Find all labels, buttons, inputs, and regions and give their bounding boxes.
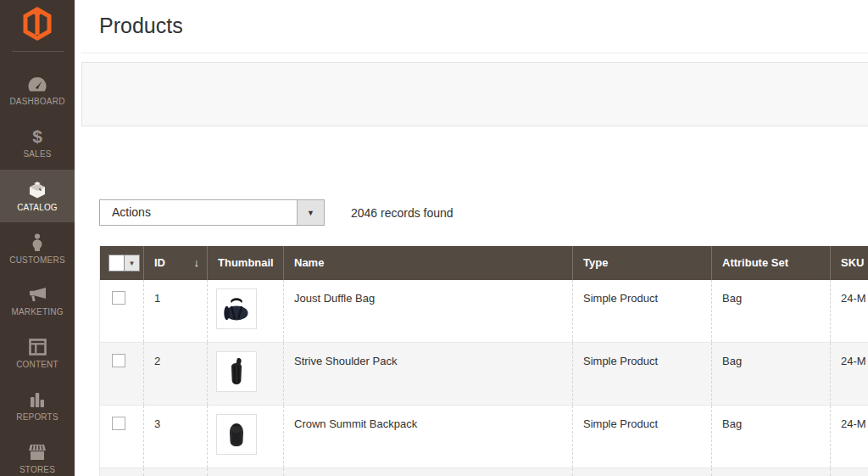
sidebar-item-label: CATALOG [17,203,58,212]
grid-header-attribute-set[interactable]: Attribute Set [711,246,830,280]
bar-chart-icon [29,391,46,408]
page-actions-band [81,62,868,126]
table-row[interactable]: 3 Crown Summit Backpack Simple Product B… [100,406,868,468]
cell-id: 2 [144,343,207,367]
grid-header-id[interactable]: ID ↓ [143,246,207,280]
cell-id: 3 [144,406,207,430]
products-grid: ▼ ID ↓ Thumbnail Name Type Attribute Set… [99,246,868,476]
sidebar-item-label: CUSTOMERS [9,255,65,265]
dollar-icon: $ [32,128,42,145]
cell-attribute-set: Bag [712,280,830,305]
table-row-partial [100,468,868,476]
layout-window-icon [29,339,47,356]
sidebar-item-label: CONTENT [16,360,58,369]
product-thumbnail[interactable] [216,414,257,455]
sidebar-item-customers[interactable]: CUSTOMERS [0,222,75,275]
actions-dropdown[interactable]: Actions ▼ [99,199,325,226]
grid-header-name[interactable]: Name [283,246,572,280]
magento-logo-icon [23,7,52,44]
package-box-icon [28,181,47,199]
chevron-down-icon: ▼ [129,260,136,267]
sidebar-item-catalog[interactable]: CATALOG [0,170,75,222]
cell-attribute-set: Bag [712,343,830,367]
dashboard-gauge-icon [28,76,47,92]
table-row[interactable]: 2 Strive Shoulder Pack Simple Product Ba… [100,343,868,406]
sort-arrow-icon[interactable]: ↓ [194,256,200,269]
grid-header-row: ▼ ID ↓ Thumbnail Name Type Attribute Set… [100,246,868,280]
product-thumbnail[interactable] [216,288,257,329]
sidebar-item-reports[interactable]: REPORTS [0,380,75,433]
page-title: Products [99,14,183,38]
sidebar-item-content[interactable]: CONTENT [0,328,75,380]
sidebar-item-marketing[interactable]: MARKETING [0,275,75,328]
storefront-icon [28,444,47,461]
grid-header-thumbnail[interactable]: Thumbnail [207,246,283,280]
sidebar-item-label: STORES [19,465,55,474]
sidebar-menu: DASHBOARD $ SALES CATALOG [0,64,75,476]
person-icon [31,233,44,251]
sidebar-item-dashboard[interactable]: DASHBOARD [0,64,75,117]
admin-sidebar: DASHBOARD $ SALES CATALOG [0,0,75,476]
cell-id: 1 [144,280,207,305]
actions-dropdown-label: Actions [112,200,151,225]
records-found-text: 2046 records found [351,206,453,220]
sidebar-item-label: REPORTS [16,412,58,422]
grid-header-sku[interactable]: SKU [830,246,868,280]
sidebar-item-label: MARKETING [11,307,63,316]
sidebar-item-sales[interactable]: $ SALES [0,117,75,170]
chevron-down-icon[interactable]: ▼ [297,200,324,225]
select-all-dropdown[interactable]: ▼ [125,255,140,272]
magento-logo-link[interactable] [0,0,75,48]
cell-sku: 24-M [831,406,868,430]
cell-attribute-set: Bag [712,406,830,430]
cell-type: Simple Product [573,406,711,430]
megaphone-icon [28,287,47,303]
cell-name: Joust Duffle Bag [284,280,572,305]
row-checkbox[interactable] [112,417,125,430]
row-checkbox[interactable] [112,354,125,367]
backpack-photo [220,417,253,451]
grid-header-type[interactable]: Type [572,246,711,280]
select-all-checkbox[interactable] [108,255,125,272]
select-all-control[interactable]: ▼ [108,255,140,272]
cell-sku: 24-M [831,280,868,305]
shoulder-pack-photo [220,355,253,389]
duffle-bag-photo [220,292,253,326]
cell-type: Simple Product [573,280,711,305]
product-thumbnail[interactable] [216,351,257,392]
grid-header-select: ▼ [100,246,143,280]
cell-name: Crown Summit Backpack [284,406,572,430]
magento-admin-products-page: DASHBOARD $ SALES CATALOG [0,0,868,476]
sidebar-divider [12,51,64,52]
row-checkbox[interactable] [112,291,125,305]
sidebar-item-stores[interactable]: STORES [0,433,75,476]
header-divider [81,53,868,53]
cell-name: Strive Shoulder Pack [284,343,572,367]
sidebar-item-label: DASHBOARD [9,97,64,106]
sidebar-item-label: SALES [23,149,51,159]
table-row[interactable]: 1 Joust Duffle Bag Simple Product Bag 24… [100,280,868,343]
cell-sku: 24-M [831,343,868,367]
cell-type: Simple Product [573,343,711,367]
